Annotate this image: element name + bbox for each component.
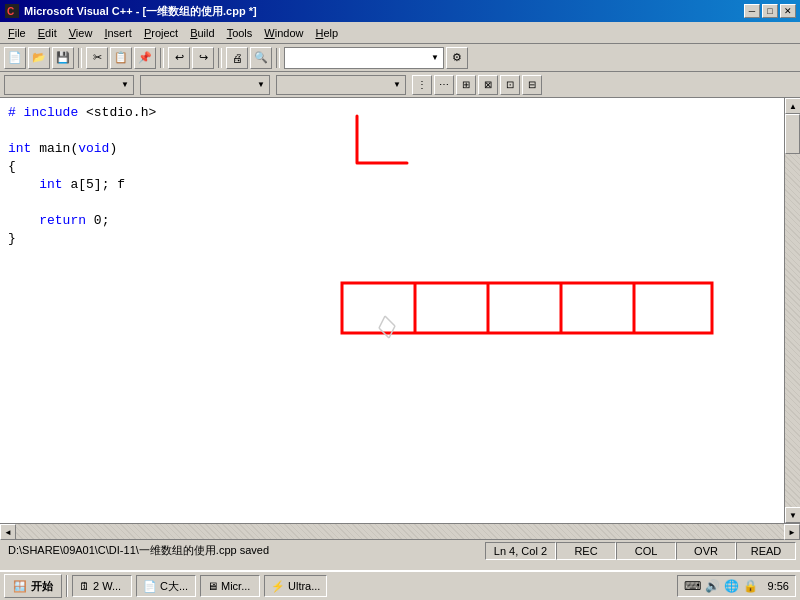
tb2-member-dropdown[interactable]: ▼ bbox=[276, 75, 406, 95]
menu-build[interactable]: Build bbox=[184, 25, 220, 41]
tb-cut[interactable]: ✂ bbox=[86, 47, 108, 69]
title-bar: C Microsoft Visual C++ - [一维数组的使用.cpp *]… bbox=[0, 0, 800, 22]
menu-edit[interactable]: Edit bbox=[32, 25, 63, 41]
tb2-class-dropdown[interactable]: ▼ bbox=[140, 75, 270, 95]
tray-icon-4: 🔒 bbox=[743, 579, 758, 593]
tb-save[interactable]: 💾 bbox=[52, 47, 74, 69]
code-line-4: { bbox=[8, 158, 776, 176]
tb-find[interactable]: 🔍 bbox=[250, 47, 272, 69]
svg-line-9 bbox=[379, 316, 385, 328]
start-button[interactable]: 🪟 开始 bbox=[4, 574, 62, 598]
tb-config-dropdown[interactable]: ▼ bbox=[284, 47, 444, 69]
editor-area: # include <stdio.h> int main(void) { int… bbox=[0, 98, 800, 523]
status-bar: D:\SHARE\09A01\C\DI-11\一维数组的使用.cpp saved… bbox=[0, 539, 800, 561]
tb-undo[interactable]: ↩ bbox=[168, 47, 190, 69]
code-line-7: return 0; bbox=[8, 212, 776, 230]
tb2-btn-4[interactable]: ⊠ bbox=[478, 75, 498, 95]
tb-extra[interactable]: ⚙ bbox=[446, 47, 468, 69]
hscroll-track[interactable] bbox=[16, 524, 784, 539]
maximize-button[interactable]: □ bbox=[762, 4, 778, 18]
taskbar-btn-1[interactable]: 🗓 2 W... bbox=[72, 575, 132, 597]
status-ovr: OVR bbox=[676, 542, 736, 560]
app-icon: C bbox=[4, 3, 20, 19]
tb-open[interactable]: 📂 bbox=[28, 47, 50, 69]
dropdown-arrow: ▼ bbox=[431, 53, 439, 62]
window-title: Microsoft Visual C++ - [一维数组的使用.cpp *] bbox=[24, 4, 744, 19]
tb-sep-4 bbox=[276, 48, 280, 68]
svg-line-8 bbox=[389, 326, 395, 338]
tb-copy[interactable]: 📋 bbox=[110, 47, 132, 69]
hscroll-left-button[interactable]: ◄ bbox=[0, 524, 16, 540]
taskbar-label-1: 2 W... bbox=[93, 580, 121, 592]
taskbar-btn-3[interactable]: 🖥 Micr... bbox=[200, 575, 260, 597]
scroll-up-button[interactable]: ▲ bbox=[785, 98, 800, 114]
svg-rect-2 bbox=[342, 283, 712, 333]
code-editor[interactable]: # include <stdio.h> int main(void) { int… bbox=[0, 98, 784, 523]
tb-redo[interactable]: ↪ bbox=[192, 47, 214, 69]
tb2-arrow-2: ▼ bbox=[257, 80, 265, 89]
taskbar-icon-3: 🖥 bbox=[207, 580, 218, 592]
taskbar-label-4: Ultra... bbox=[288, 580, 320, 592]
svg-line-10 bbox=[379, 328, 389, 338]
code-line-2 bbox=[8, 122, 776, 140]
menu-file[interactable]: File bbox=[2, 25, 32, 41]
menu-insert[interactable]: Insert bbox=[98, 25, 138, 41]
menu-view[interactable]: View bbox=[63, 25, 99, 41]
taskbar-icon-4: ⚡ bbox=[271, 580, 285, 593]
close-button[interactable]: ✕ bbox=[780, 4, 796, 18]
taskbar-btn-2[interactable]: 📄 C大... bbox=[136, 575, 196, 597]
scroll-track[interactable] bbox=[785, 114, 800, 507]
hscroll-right-buttons: ► bbox=[784, 524, 800, 539]
tb-paste[interactable]: 📌 bbox=[134, 47, 156, 69]
start-icon: 🪟 bbox=[13, 580, 27, 593]
status-position: Ln 4, Col 2 bbox=[485, 542, 556, 560]
menu-help[interactable]: Help bbox=[309, 25, 344, 41]
taskbar-label-3: Micr... bbox=[221, 580, 250, 592]
code-line-3: int main(void) bbox=[8, 140, 776, 158]
status-read: READ bbox=[736, 542, 796, 560]
scroll-down-button[interactable]: ▼ bbox=[785, 507, 800, 523]
code-line-5: int a[5]; f bbox=[8, 176, 776, 194]
system-clock: 9:56 bbox=[762, 580, 789, 592]
toolbar-main: 📄 📂 💾 ✂ 📋 📌 ↩ ↪ 🖨 🔍 ▼ ⚙ bbox=[0, 44, 800, 72]
taskbar-label-2: C大... bbox=[160, 579, 188, 594]
tb-print[interactable]: 🖨 bbox=[226, 47, 248, 69]
tb2-btn-5[interactable]: ⊡ bbox=[500, 75, 520, 95]
scroll-thumb[interactable] bbox=[785, 114, 800, 154]
taskbar-btn-4[interactable]: ⚡ Ultra... bbox=[264, 575, 327, 597]
tray-icon-3: 🌐 bbox=[724, 579, 739, 593]
status-rec: REC bbox=[556, 542, 616, 560]
tb2-context-dropdown[interactable]: ▼ bbox=[4, 75, 134, 95]
tb2-arrow-1: ▼ bbox=[121, 80, 129, 89]
svg-text:C: C bbox=[7, 6, 14, 17]
minimize-button[interactable]: ─ bbox=[744, 4, 760, 18]
menu-tools[interactable]: Tools bbox=[221, 25, 259, 41]
status-sections: Ln 4, Col 2 REC COL OVR READ bbox=[485, 542, 796, 560]
system-tray: ⌨ 🔊 🌐 🔒 9:56 bbox=[677, 575, 796, 597]
window-controls: ─ □ ✕ bbox=[744, 4, 796, 18]
tb-sep-1 bbox=[78, 48, 82, 68]
tb2-btn-3[interactable]: ⊞ bbox=[456, 75, 476, 95]
tb2-btn-2[interactable]: ⋯ bbox=[434, 75, 454, 95]
taskbar-icon-2: 📄 bbox=[143, 580, 157, 593]
tb2-btn-6[interactable]: ⊟ bbox=[522, 75, 542, 95]
menu-window[interactable]: Window bbox=[258, 25, 309, 41]
tb2-btn-1[interactable]: ⋮ bbox=[412, 75, 432, 95]
tray-icon-1: ⌨ bbox=[684, 579, 701, 593]
menu-project[interactable]: Project bbox=[138, 25, 184, 41]
code-line-6 bbox=[8, 194, 776, 212]
horizontal-scrollbar[interactable]: ◄ ► bbox=[0, 523, 800, 539]
start-label: 开始 bbox=[31, 579, 53, 594]
tb2-arrow-3: ▼ bbox=[393, 80, 401, 89]
taskbar: 🪟 开始 🗓 2 W... 📄 C大... 🖥 Micr... ⚡ Ultra.… bbox=[0, 570, 800, 600]
status-filepath: D:\SHARE\09A01\C\DI-11\一维数组的使用.cpp saved bbox=[4, 543, 485, 558]
vertical-scrollbar[interactable]: ▲ ▼ bbox=[784, 98, 800, 523]
tb-sep-2 bbox=[160, 48, 164, 68]
taskbar-icon-1: 🗓 bbox=[79, 580, 90, 592]
code-line-8: } bbox=[8, 230, 776, 248]
menu-bar: File Edit View Insert Project Build Tool… bbox=[0, 22, 800, 44]
toolbar-secondary: ▼ ▼ ▼ ⋮ ⋯ ⊞ ⊠ ⊡ ⊟ bbox=[0, 72, 800, 98]
tb-new[interactable]: 📄 bbox=[4, 47, 26, 69]
svg-line-7 bbox=[385, 316, 395, 326]
hscroll-right-button[interactable]: ► bbox=[784, 524, 800, 540]
